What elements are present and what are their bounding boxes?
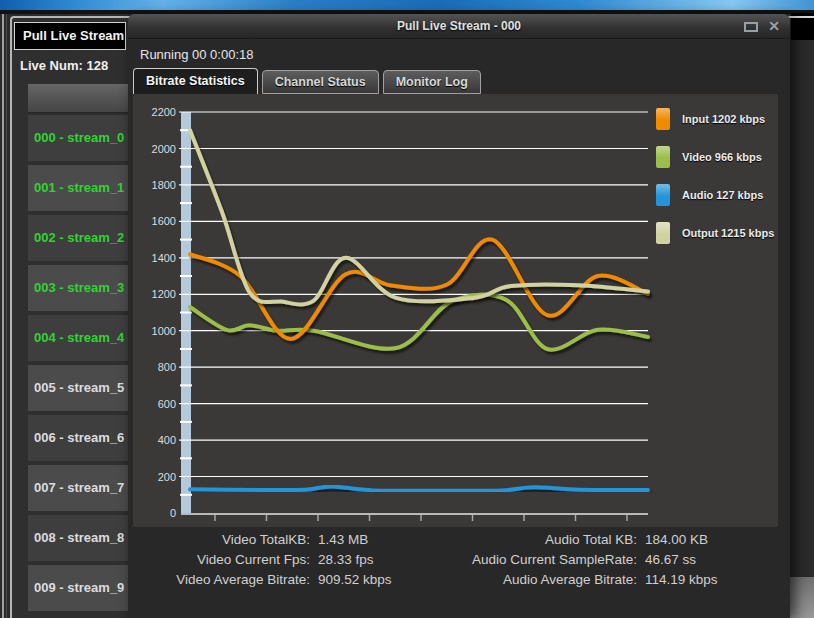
legend-swatch <box>656 146 670 168</box>
y-tick-label: 1000 <box>152 325 176 337</box>
bitrate-chart-panel: 0200400600800100012001400160018002000220… <box>133 94 778 527</box>
maximize-icon[interactable] <box>744 22 758 32</box>
stat-value: 1.43 MB <box>318 532 368 547</box>
background-window-corner <box>790 577 814 618</box>
stat-value: 114.19 kbps <box>645 572 718 587</box>
stat-label: Video Average Bitrate: <box>158 570 310 590</box>
y-tick-label: 800 <box>158 361 176 373</box>
legend-item: Input 1202 kbps <box>656 100 776 138</box>
y-tick-label: 1200 <box>152 288 176 300</box>
live-num-label: Live Num: 128 <box>20 58 108 73</box>
stat-value: 909.52 kbps <box>318 572 392 587</box>
y-tick-label: 1400 <box>152 252 176 264</box>
close-icon[interactable]: ✕ <box>768 18 780 34</box>
legend-swatch <box>656 108 670 130</box>
legend-item: Audio 127 kbps <box>656 176 776 214</box>
stat-value: 28.33 fps <box>318 552 374 567</box>
stat-label: Audio Total KB: <box>458 530 637 550</box>
chart-legend: Input 1202 kbpsVideo 966 kbpsAudio 127 k… <box>656 100 776 252</box>
y-tick-label: 2200 <box>152 106 176 118</box>
stat-audio-samplerate: Audio Current SampleRate:46.67 ss <box>458 550 696 570</box>
tab-pull-live-stream[interactable]: Pull Live Stream <box>14 22 126 50</box>
stat-video-fps: Video Current Fps:28.33 fps <box>158 550 374 570</box>
tab-channel-status[interactable]: Channel Status <box>262 70 379 94</box>
stream-list-panel: Pull Live Stream Live Num: 128 000 - str… <box>10 16 130 618</box>
dialog-titlebar[interactable]: Pull Live Stream - 000 ✕ <box>128 14 790 39</box>
desktop-top-blue-strip <box>0 0 814 10</box>
stat-value: 46.67 ss <box>645 552 696 567</box>
legend-label: Output 1215 kbps <box>682 227 774 239</box>
y-tick-label: 1800 <box>152 179 176 191</box>
legend-swatch <box>656 222 670 244</box>
legend-label: Audio 127 kbps <box>682 189 763 201</box>
legend-item: Output 1215 kbps <box>656 214 776 252</box>
y-tick-label: 0 <box>170 507 176 519</box>
list-item[interactable]: 002 - stream_2 <box>28 215 130 261</box>
stat-label: Audio Current SampleRate: <box>458 550 637 570</box>
stat-value: 184.00 KB <box>645 532 708 547</box>
window-edge-line-inner <box>6 14 7 618</box>
tab-monitor-log[interactable]: Monitor Log <box>383 70 481 94</box>
list-item[interactable]: 008 - stream_8 <box>28 515 130 561</box>
list-item[interactable]: 000 - stream_0 <box>28 115 130 161</box>
stat-label: Audio Average Bitrate: <box>458 570 637 590</box>
running-status-label: Running 00 0:00:18 <box>140 47 253 62</box>
stream-list-header <box>28 84 130 113</box>
pull-live-stream-dialog: Pull Live Stream - 000 ✕ Running 00 0:00… <box>128 14 790 618</box>
series-line-output <box>190 130 648 304</box>
stat-label: Video TotalKB: <box>158 530 310 550</box>
y-tick-label: 400 <box>158 434 176 446</box>
list-item[interactable]: 004 - stream_4 <box>28 315 130 361</box>
tab-bitrate-statistics[interactable]: Bitrate Statistics <box>133 68 258 94</box>
dialog-tabs: Bitrate Statistics Channel Status Monito… <box>133 68 481 94</box>
legend-label: Input 1202 kbps <box>682 113 765 125</box>
series-line-audio <box>190 486 648 490</box>
y-tick-label: 200 <box>158 471 176 483</box>
list-item[interactable]: 001 - stream_1 <box>28 165 130 211</box>
list-item[interactable]: 007 - stream_7 <box>28 465 130 511</box>
list-item[interactable]: 003 - stream_3 <box>28 265 130 311</box>
stream-stats: Video TotalKB:1.43 MB Video Current Fps:… <box>128 527 790 618</box>
dialog-title: Pull Live Stream - 000 <box>128 14 790 38</box>
legend-item: Video 966 kbps <box>656 138 776 176</box>
stat-label: Video Current Fps: <box>158 550 310 570</box>
stat-video-total: Video TotalKB:1.43 MB <box>158 530 368 550</box>
legend-swatch <box>656 184 670 206</box>
series-line-input <box>190 239 648 339</box>
legend-label: Video 966 kbps <box>682 151 762 163</box>
y-tick-label: 600 <box>158 398 176 410</box>
stat-video-avg-bitrate: Video Average Bitrate:909.52 kbps <box>158 570 392 590</box>
list-item[interactable]: 009 - stream_9 <box>28 565 130 611</box>
window-edge-line <box>2 14 4 618</box>
y-tick-label: 1600 <box>152 215 176 227</box>
stat-audio-total: Audio Total KB:184.00 KB <box>458 530 708 550</box>
stat-audio-avg-bitrate: Audio Average Bitrate:114.19 kbps <box>458 570 718 590</box>
y-tick-label: 2000 <box>152 143 176 155</box>
list-item[interactable]: 005 - stream_5 <box>28 365 130 411</box>
list-item[interactable]: 006 - stream_6 <box>28 415 130 461</box>
